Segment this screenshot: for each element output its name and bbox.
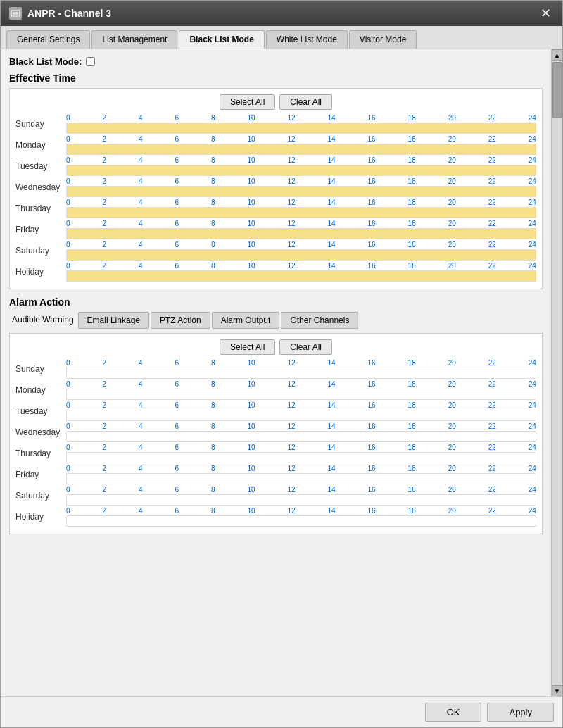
alarm-wednesday-label: Wednesday (15, 427, 66, 437)
effective-friday-bar[interactable] (66, 228, 536, 239)
effective-tuesday-bar-container: 024681012141618202224 (66, 156, 536, 176)
alarm-holiday-label: Holiday (15, 512, 66, 522)
alarm-action-header: Alarm Action (9, 296, 543, 308)
close-button[interactable]: ✕ (538, 6, 554, 21)
title-bar-left: ANPR - Channel 3 (9, 7, 111, 20)
alarm-thursday-label: Thursday (15, 448, 66, 458)
alarm-tab-ptz-action[interactable]: PTZ Action (151, 312, 210, 329)
bottom-bar: OK Apply (1, 696, 562, 727)
anpr-icon (9, 7, 22, 20)
alarm-monday-bar-container: 024681012141618202224 (66, 380, 536, 400)
alarm-holiday-numbers: 024681012141618202224 (66, 507, 536, 515)
alarm-wednesday-row: Wednesday 024681012141618202224 (15, 422, 536, 442)
effective-monday-bar[interactable] (66, 144, 536, 155)
main-window: ANPR - Channel 3 ✕ General Settings List… (0, 0, 563, 728)
alarm-sunday-label: Sunday (15, 364, 66, 374)
effective-friday-row: Friday 024681012141618202224 (15, 220, 536, 239)
effective-friday-bar-container: 024681012141618202224 (66, 220, 536, 239)
content-wrapper: Black List Mode: Effective Time Select A… (1, 49, 562, 696)
alarm-schedule-grid: Sunday 024681012141618202224 Monday (15, 359, 536, 527)
effective-time-grid: Sunday 024681012141618202224 Monday (15, 114, 536, 282)
tab-list-management[interactable]: List Management (91, 30, 177, 49)
effective-clear-all-button[interactable]: Clear All (279, 94, 332, 110)
scroll-up-arrow[interactable]: ▲ (552, 49, 563, 61)
effective-monday-row: Monday 024681012141618202224 (15, 135, 536, 155)
scrollbar: ▲ ▼ (551, 49, 562, 696)
alarm-saturday-label: Saturday (15, 491, 66, 501)
alarm-friday-row: Friday 024681012141618202224 (15, 465, 536, 484)
alarm-tuesday-bar[interactable] (66, 410, 536, 421)
alarm-holiday-bar-container: 024681012141618202224 (66, 507, 536, 527)
scroll-thumb[interactable] (552, 62, 562, 118)
tab-black-list-mode[interactable]: Black List Mode (179, 30, 264, 49)
effective-holiday-row: Holiday 024681012141618202224 (15, 262, 536, 282)
alarm-thursday-row: Thursday 024681012141618202224 (15, 444, 536, 463)
title-bar: ANPR - Channel 3 ✕ (1, 1, 562, 26)
alarm-saturday-bar-container: 024681012141618202224 (66, 486, 536, 506)
tab-bar: General Settings List Management Black L… (1, 26, 562, 49)
alarm-select-all-button[interactable]: Select All (220, 339, 275, 355)
effective-tuesday-numbers: 024681012141618202224 (66, 156, 536, 164)
tab-white-list-mode[interactable]: White List Mode (266, 30, 348, 49)
effective-saturday-bar[interactable] (66, 249, 536, 261)
effective-saturday-numbers: 024681012141618202224 (66, 241, 536, 249)
alarm-tuesday-label: Tuesday (15, 406, 66, 416)
effective-monday-numbers: 024681012141618202224 (66, 135, 536, 143)
alarm-thursday-bar[interactable] (66, 452, 536, 463)
effective-sunday-bar[interactable] (66, 123, 536, 134)
effective-saturday-row: Saturday 024681012141618202224 (15, 241, 536, 261)
effective-sunday-bar-container: 024681012141618202224 (66, 114, 536, 134)
effective-holiday-bar-container: 024681012141618202224 (66, 262, 536, 282)
effective-saturday-bar-container: 024681012141618202224 (66, 241, 536, 261)
effective-monday-label: Monday (15, 140, 66, 150)
alarm-friday-numbers: 024681012141618202224 (66, 465, 536, 472)
blacklist-mode-checkbox[interactable] (86, 57, 95, 66)
effective-holiday-bar[interactable] (66, 270, 536, 282)
main-content: Black List Mode: Effective Time Select A… (1, 49, 551, 696)
effective-saturday-label: Saturday (15, 246, 66, 256)
alarm-monday-bar[interactable] (66, 389, 536, 400)
alarm-wednesday-bar[interactable] (66, 431, 536, 442)
alarm-action-schedule: Select All Clear All Sunday 024681012141… (9, 333, 543, 534)
effective-thursday-row: Thursday 024681012141618202224 (15, 199, 536, 218)
effective-friday-numbers: 024681012141618202224 (66, 220, 536, 227)
apply-button[interactable]: Apply (487, 703, 554, 722)
effective-wednesday-row: Wednesday 024681012141618202224 (15, 177, 536, 197)
svg-rect-1 (13, 12, 18, 15)
effective-thursday-bar[interactable] (66, 207, 536, 218)
alarm-tuesday-bar-container: 024681012141618202224 (66, 401, 536, 421)
alarm-tuesday-numbers: 024681012141618202224 (66, 401, 536, 409)
alarm-tab-alarm-output[interactable]: Alarm Output (212, 312, 280, 329)
alarm-sunday-numbers: 024681012141618202224 (66, 359, 536, 367)
alarm-sunday-row: Sunday 024681012141618202224 (15, 359, 536, 379)
alarm-holiday-bar[interactable] (66, 515, 536, 527)
effective-thursday-bar-container: 024681012141618202224 (66, 199, 536, 218)
alarm-tab-other-channels[interactable]: Other Channels (281, 312, 358, 329)
tab-general-settings[interactable]: General Settings (6, 30, 90, 49)
alarm-clear-all-button[interactable]: Clear All (279, 339, 332, 355)
alarm-sunday-bar[interactable] (66, 368, 536, 379)
effective-wednesday-numbers: 024681012141618202224 (66, 177, 536, 185)
alarm-wednesday-numbers: 024681012141618202224 (66, 422, 536, 430)
alarm-wednesday-bar-container: 024681012141618202224 (66, 422, 536, 442)
window-title: ANPR - Channel 3 (27, 8, 111, 19)
effective-tuesday-row: Tuesday 024681012141618202224 (15, 156, 536, 176)
effective-wednesday-bar-container: 024681012141618202224 (66, 177, 536, 197)
effective-wednesday-bar[interactable] (66, 186, 536, 197)
alarm-action-tabs: Audible Warning Email Linkage PTZ Action… (9, 312, 543, 329)
effective-holiday-label: Holiday (15, 267, 66, 277)
alarm-monday-row: Monday 024681012141618202224 (15, 380, 536, 400)
effective-time-header: Effective Time (9, 73, 543, 84)
alarm-saturday-bar[interactable] (66, 494, 536, 506)
ok-button[interactable]: OK (425, 703, 482, 722)
alarm-tab-audible-warning[interactable]: Audible Warning (9, 312, 77, 329)
effective-sunday-row: Sunday 024681012141618202224 (15, 114, 536, 134)
effective-tuesday-bar[interactable] (66, 165, 536, 176)
tab-visitor-mode[interactable]: Visitor Mode (349, 30, 417, 49)
alarm-btn-row: Select All Clear All (15, 339, 536, 355)
effective-wednesday-label: Wednesday (15, 182, 66, 192)
scroll-down-arrow[interactable]: ▼ (552, 685, 563, 696)
alarm-friday-bar[interactable] (66, 473, 536, 484)
alarm-tab-email-linkage[interactable]: Email Linkage (78, 312, 149, 329)
effective-select-all-button[interactable]: Select All (220, 94, 275, 110)
